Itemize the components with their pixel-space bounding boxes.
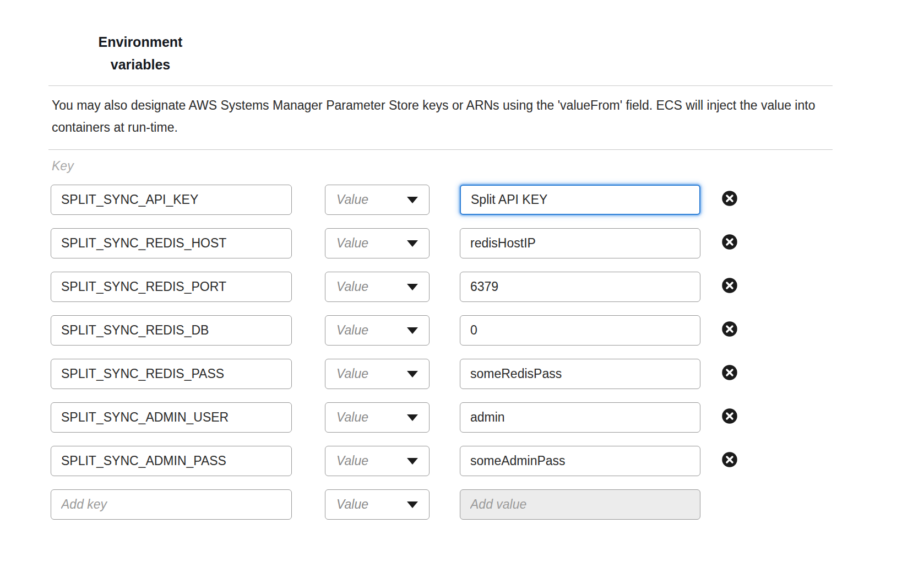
value-type-dropdown[interactable]: Value (325, 228, 430, 258)
chevron-down-icon (407, 284, 418, 290)
key-input[interactable] (51, 402, 292, 433)
remove-icon (721, 321, 738, 337)
value-type-label: Value (336, 410, 368, 425)
value-input[interactable] (460, 359, 700, 389)
section-title-line-1: Environment (83, 31, 198, 53)
env-var-row: Value (51, 228, 833, 258)
value-input[interactable] (460, 272, 700, 302)
help-divider (48, 149, 833, 150)
remove-icon (721, 277, 738, 294)
remove-row-button[interactable] (720, 320, 739, 338)
remove-icon (721, 234, 738, 250)
value-type-label: Value (336, 323, 368, 338)
value-input[interactable] (460, 315, 700, 346)
section-title: Environment variables (83, 31, 198, 76)
value-type-dropdown[interactable]: Value (325, 272, 430, 302)
value-type-label: Value (336, 192, 368, 207)
value-type-label: Value (336, 454, 368, 468)
remove-icon (721, 190, 738, 207)
chevron-down-icon (407, 197, 418, 203)
chevron-down-icon (407, 327, 418, 334)
add-key-input[interactable] (51, 489, 292, 520)
value-input[interactable] (460, 402, 700, 433)
env-var-row: Value (51, 315, 833, 346)
env-var-row: Value (51, 272, 833, 302)
env-var-row: Value (51, 185, 833, 215)
env-var-row: Value (51, 446, 833, 476)
key-input[interactable] (51, 359, 292, 389)
section-title-line-2: variables (83, 53, 198, 76)
value-type-dropdown[interactable]: Value (325, 489, 430, 520)
chevron-down-icon (407, 414, 418, 421)
key-input[interactable] (51, 185, 292, 215)
value-type-dropdown[interactable]: Value (325, 185, 430, 215)
chevron-down-icon (407, 458, 418, 465)
remove-row-button[interactable] (720, 450, 739, 469)
key-input[interactable] (51, 272, 292, 302)
value-input[interactable] (460, 446, 700, 476)
add-value-input[interactable] (460, 489, 700, 520)
key-input[interactable] (51, 446, 292, 476)
value-type-dropdown[interactable]: Value (325, 402, 430, 433)
value-input[interactable] (460, 228, 700, 258)
value-type-label: Value (336, 497, 368, 512)
remove-icon (721, 408, 738, 424)
help-text: You may also designate AWS Systems Manag… (48, 86, 833, 149)
chevron-down-icon (407, 501, 418, 508)
remove-icon (721, 451, 738, 468)
key-input[interactable] (51, 315, 292, 346)
remove-icon (721, 364, 738, 381)
value-input[interactable] (460, 185, 700, 215)
chevron-down-icon (407, 371, 418, 377)
value-type-label: Value (336, 236, 368, 251)
env-var-row: Value (51, 359, 833, 389)
remove-row-button[interactable] (720, 233, 739, 251)
chevron-down-icon (407, 240, 418, 247)
env-var-row: Value (51, 402, 833, 433)
environment-variables-section: Environment variables You may also desig… (0, 0, 924, 561)
value-type-label: Value (336, 366, 368, 381)
key-column-label: Key (52, 159, 833, 174)
remove-row-button[interactable] (720, 276, 739, 295)
remove-row-button[interactable] (720, 363, 739, 382)
remove-spacer (720, 495, 739, 514)
value-type-dropdown[interactable]: Value (325, 446, 430, 476)
remove-row-button[interactable] (720, 189, 739, 208)
remove-row-button[interactable] (720, 407, 739, 425)
value-type-dropdown[interactable]: Value (325, 315, 430, 346)
add-env-var-row: Value (51, 489, 833, 520)
value-type-label: Value (336, 279, 368, 294)
key-input[interactable] (51, 228, 292, 258)
value-type-dropdown[interactable]: Value (325, 359, 430, 389)
